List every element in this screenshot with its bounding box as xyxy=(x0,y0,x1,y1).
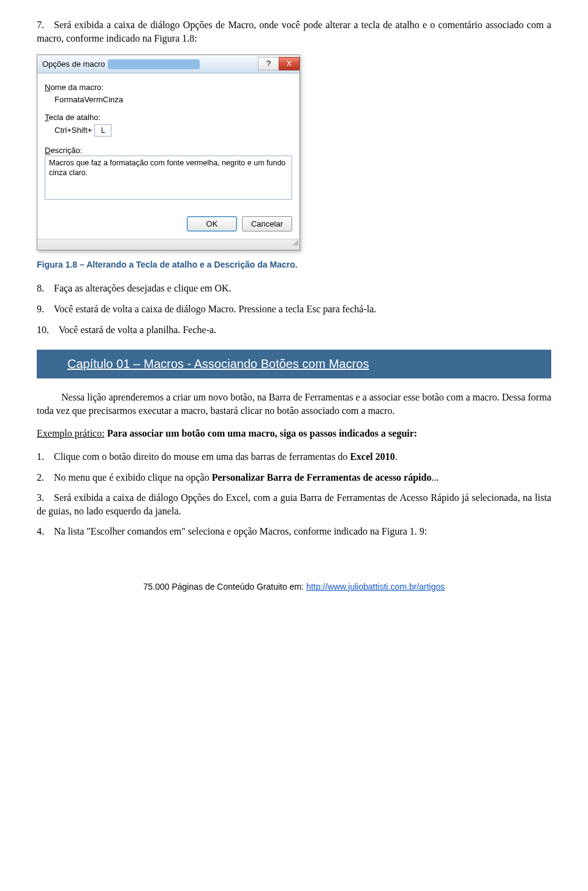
example-line: Exemplo prático: Para associar um botão … xyxy=(37,427,551,440)
step-10-text: 10. Você estará de volta a planilha. Fec… xyxy=(37,323,551,337)
figure-caption: Figura 1.8 – Alterando a Tecla de atalho… xyxy=(37,259,551,271)
description-textarea[interactable]: Macros que faz a formatação com fonte ve… xyxy=(45,156,292,200)
step-9-text: 9. Você estará de volta a caixa de diálo… xyxy=(37,303,551,316)
resize-grip-icon xyxy=(37,239,300,246)
step-7-text: 7. Será exibida a caixa de diálogo Opçõe… xyxy=(37,18,551,45)
section-heading: Capítulo 01 – Macros - Associando Botões… xyxy=(37,350,551,378)
macro-options-dialog: Opções de macro ? X Nome da macro: Forma… xyxy=(37,55,300,250)
step-1-text: 1. Clique com o botão direito do mouse e… xyxy=(37,450,551,464)
footer-link[interactable]: http://www.juliobattisti.com.br/artigos xyxy=(306,582,445,592)
macro-name-value: FormataVermCinza xyxy=(45,93,292,110)
dialog-title: Opções de macro xyxy=(42,59,105,70)
ok-button[interactable]: OK xyxy=(187,216,237,232)
help-button[interactable]: ? xyxy=(258,57,279,70)
step-2-text: 2. No menu que é exibido clique na opção… xyxy=(37,471,551,484)
macro-name-label: Nome da macro: xyxy=(45,82,292,93)
shortcut-prefix: Ctrl+Shift+ xyxy=(55,125,92,136)
step-8-text: 8. Faça as alterações desejadas e clique… xyxy=(37,282,551,295)
close-icon: X xyxy=(287,58,292,69)
dialog-titlebar: Opções de macro ? X xyxy=(37,55,300,73)
shortcut-label: Tecla de atalho: xyxy=(45,112,292,123)
description-label: Descrição: xyxy=(45,145,292,156)
shortcut-key-input[interactable]: L xyxy=(94,124,111,137)
cancel-button[interactable]: Cancelar xyxy=(242,216,292,232)
close-button[interactable]: X xyxy=(279,57,300,70)
example-label: Exemplo prático: xyxy=(37,428,105,438)
section-intro-paragraph: Nessa lição aprenderemos a criar um novo… xyxy=(37,391,551,417)
step-3-text: 3. Será exibida a caixa de diálogo Opçõe… xyxy=(37,491,551,517)
help-icon: ? xyxy=(266,58,271,69)
step-4-text: 4. Na lista "Escolher comandos em" selec… xyxy=(37,525,551,538)
redacted-region xyxy=(108,59,200,69)
page-footer: 75.000 Páginas de Conteúdo Gratuito em: … xyxy=(37,581,551,593)
dialog-statusbar xyxy=(37,239,300,250)
